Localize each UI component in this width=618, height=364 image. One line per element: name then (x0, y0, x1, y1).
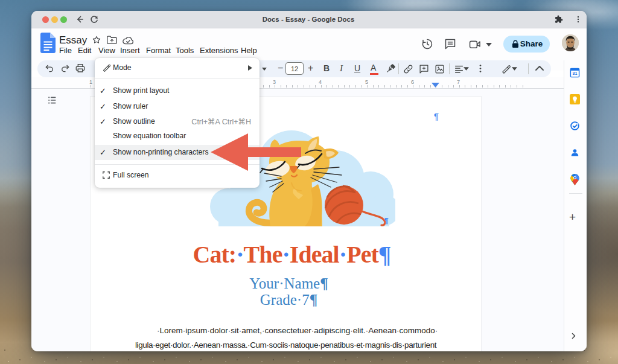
svg-text:31: 31 (573, 71, 578, 76)
